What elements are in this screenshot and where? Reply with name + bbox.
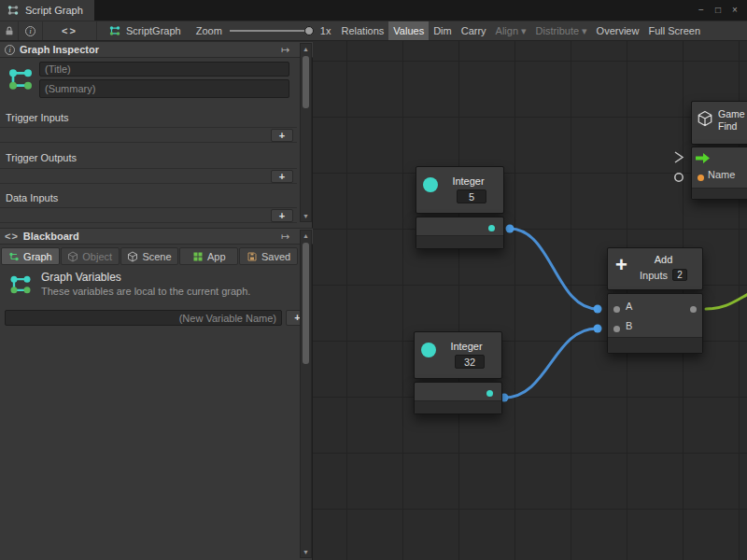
scroll-down-icon[interactable]: ▼ — [301, 547, 311, 557]
connection-dot[interactable] — [506, 225, 514, 233]
graph-canvas[interactable]: Integer 5 Integer 32 + Add Inputs 2 — [313, 41, 747, 560]
input-port-a[interactable] — [613, 306, 620, 313]
find-node-ports[interactable]: Name — [691, 147, 747, 200]
add-node-ports[interactable]: A B — [607, 293, 703, 354]
zoom-value: 1x — [320, 25, 331, 36]
tab-graph[interactable]: Graph — [1, 247, 60, 265]
node-footer — [608, 337, 702, 353]
integer-value-field[interactable]: 32 — [455, 355, 485, 369]
graph-asset-breadcrumb[interactable]: ScriptGraph — [108, 24, 181, 37]
trigger-arrow-icon[interactable] — [696, 152, 711, 164]
port-a-label: A — [626, 301, 632, 312]
port-b-label: B — [626, 320, 632, 331]
add-node[interactable]: + Add Inputs 2 — [607, 247, 703, 290]
maximize-button[interactable]: □ — [711, 3, 726, 18]
sidebar: i Graph Inspector ↦ Trigger Inputs + Tri… — [0, 41, 313, 560]
titlebar: Script Graph − □ × — [0, 0, 747, 21]
value-port-outline[interactable] — [675, 174, 683, 181]
node-title-line1: Game — [718, 108, 747, 120]
blackboard-tabs: Graph Object Scene App — [1, 247, 298, 265]
input-port-b[interactable] — [613, 326, 620, 332]
zoom-slider-track — [230, 30, 310, 32]
find-node[interactable]: Game Find — [691, 101, 747, 145]
graph-inspector-header: i Graph Inspector ↦ — [0, 41, 313, 58]
connection-dot[interactable] — [594, 305, 602, 314]
window-tab-title: Script Graph — [25, 5, 83, 16]
code-icon: <> — [62, 25, 78, 36]
align-dropdown[interactable]: Align ▾ — [491, 21, 531, 40]
trigger-port-outline[interactable] — [675, 152, 683, 162]
graph-icon — [6, 63, 35, 95]
zoom-slider[interactable] — [230, 21, 316, 41]
name-port-label: Name — [708, 169, 735, 180]
info-icon: i — [25, 26, 35, 36]
window-tab-script-graph[interactable]: Script Graph — [0, 0, 94, 21]
window-controls: − □ × — [694, 0, 747, 21]
scroll-up-icon[interactable]: ▲ — [301, 231, 311, 241]
graph-title-input[interactable] — [39, 62, 289, 77]
trigger-outputs-label: Trigger Outputs — [6, 152, 77, 163]
code-icon: <> — [5, 231, 19, 242]
blackboard-scrollbar[interactable]: ▲ ▼ — [300, 230, 312, 558]
values-button[interactable]: Values — [388, 21, 429, 40]
lock-button[interactable] — [0, 21, 19, 40]
new-variable-input[interactable] — [5, 310, 282, 326]
graph-variables-title: Graph Variables — [41, 271, 121, 284]
add-trigger-output-button[interactable]: + — [271, 170, 293, 183]
integer-output-port[interactable] — [486, 390, 493, 397]
data-inputs-list: + — [0, 207, 297, 223]
close-button[interactable]: × — [727, 3, 742, 18]
scene-icon — [127, 251, 138, 262]
blackboard-header: <> Blackboard ↦ — [0, 228, 313, 245]
wire-add-output — [706, 293, 747, 309]
popout-icon[interactable]: ↦ — [281, 44, 289, 56]
sum-output-port[interactable] — [690, 306, 697, 313]
chevron-down-icon: ▾ — [521, 25, 527, 37]
integer-node-32-ports[interactable] — [414, 382, 502, 414]
distribute-dropdown[interactable]: Distribute ▾ — [531, 21, 592, 40]
full-screen-button[interactable]: Full Screen — [643, 21, 705, 40]
dim-button[interactable]: Dim — [429, 21, 457, 40]
inputs-count-field[interactable]: 2 — [672, 269, 687, 281]
tab-object[interactable]: Object — [61, 247, 120, 265]
minimize-button[interactable]: − — [694, 3, 709, 18]
integer-node-32[interactable]: Integer 32 — [414, 331, 502, 379]
tab-app[interactable]: App — [179, 247, 238, 265]
code-view-button[interactable]: <> — [43, 21, 97, 40]
toolbar-buttons: Relations Values Dim Carry Align ▾ Distr… — [336, 21, 705, 40]
integer-node-5-ports[interactable] — [416, 217, 504, 249]
tab-saved[interactable]: Saved — [239, 247, 298, 265]
lock-icon — [4, 25, 15, 36]
name-input-port[interactable] — [698, 175, 704, 181]
graph-asset-name: ScriptGraph — [126, 25, 181, 36]
carry-button[interactable]: Carry — [457, 21, 491, 40]
info-button[interactable]: i — [19, 21, 43, 40]
popout-icon[interactable]: ↦ — [281, 231, 289, 243]
graph-summary-input[interactable] — [39, 79, 289, 98]
relations-button[interactable]: Relations — [336, 21, 388, 40]
add-trigger-input-button[interactable]: + — [271, 129, 293, 142]
zoom-slider-handle[interactable] — [304, 26, 314, 35]
graph-variables-subtitle: These variables are local to the current… — [41, 286, 250, 297]
scrollbar-thumb[interactable] — [303, 56, 309, 108]
save-disk-icon — [247, 251, 258, 262]
inputs-label: Inputs — [640, 270, 668, 281]
connection-dot[interactable] — [594, 325, 602, 333]
inspector-scrollbar[interactable]: ▲ ▼ — [300, 43, 312, 222]
scroll-up-icon[interactable]: ▲ — [301, 44, 311, 54]
overview-button[interactable]: Overview — [592, 21, 644, 40]
app-grid-icon — [192, 251, 204, 262]
scrollbar-thumb[interactable] — [303, 243, 309, 364]
integer-output-port[interactable] — [488, 225, 495, 231]
integer-node-5[interactable]: Integer 5 — [416, 166, 504, 214]
integer-type-icon — [421, 343, 436, 357]
node-footer — [692, 188, 747, 199]
tab-scene[interactable]: Scene — [120, 247, 179, 265]
graph-tab-icon — [8, 251, 20, 262]
integer-value-field[interactable]: 5 — [457, 189, 486, 203]
add-data-input-button[interactable]: + — [271, 209, 293, 222]
chevron-down-icon: ▾ — [582, 25, 587, 37]
scroll-down-icon[interactable]: ▼ — [301, 211, 311, 221]
trigger-inputs-list: + — [0, 127, 297, 143]
blackboard-title: Blackboard — [23, 231, 79, 242]
